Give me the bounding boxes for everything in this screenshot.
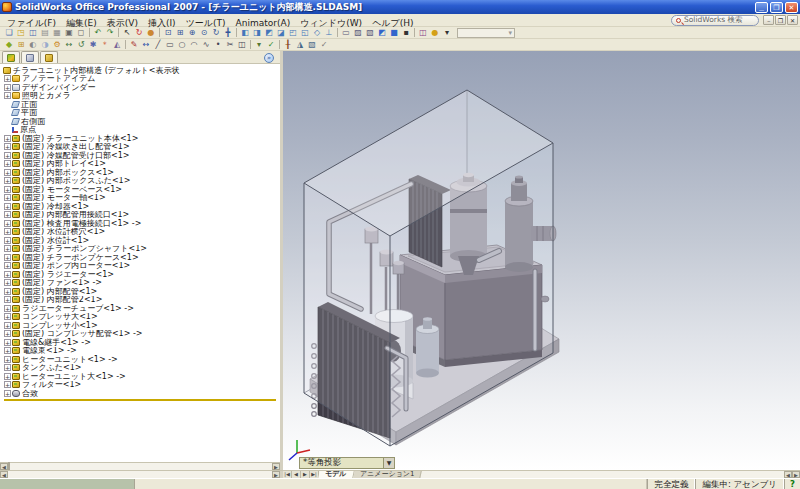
rebuild-icon[interactable]: ↻ bbox=[133, 27, 145, 38]
tree-item[interactable]: +(固定) 冷却器<1> bbox=[2, 202, 280, 211]
panel-bottom-scrollbar[interactable]: ◀ ▶ bbox=[0, 471, 283, 478]
sketch-icon[interactable]: ✎ bbox=[128, 39, 140, 50]
expand-icon[interactable]: + bbox=[4, 135, 11, 142]
restore-button[interactable]: ❐ bbox=[770, 2, 783, 13]
edit-color-icon[interactable]: ● bbox=[145, 27, 157, 38]
view-isometric-icon[interactable]: ◇ bbox=[311, 27, 323, 38]
save-icon[interactable]: ◫ bbox=[27, 27, 39, 38]
tree-item[interactable]: +(固定) 内部トレイ<1> bbox=[2, 160, 280, 169]
scroll-left-icon[interactable]: ◀ bbox=[0, 463, 8, 470]
expand-icon[interactable]: + bbox=[4, 339, 11, 346]
redo-icon[interactable]: ↷ bbox=[104, 27, 116, 38]
tree-item[interactable]: +電線&継手<1> -> bbox=[2, 338, 280, 347]
realview-icon[interactable]: ● bbox=[429, 27, 441, 38]
tree-item[interactable]: +(固定) 冷媒配管受け口部<1> bbox=[2, 151, 280, 160]
pan-icon[interactable]: ╋ bbox=[222, 27, 234, 38]
display-hidden-lines-visible-icon[interactable]: ▨ bbox=[352, 27, 364, 38]
panel-horizontal-scrollbar[interactable]: ◀ ▶ bbox=[0, 462, 280, 470]
display-shaded-icon[interactable]: ■ bbox=[388, 27, 400, 38]
section-properties-icon[interactable]: ▧ bbox=[306, 39, 318, 50]
view-front-icon[interactable]: ◧ bbox=[239, 27, 251, 38]
expand-icon[interactable]: + bbox=[4, 330, 11, 337]
graphics-viewport[interactable]: *等角投影 ▼ bbox=[283, 51, 800, 470]
viewport-scrollbar-track[interactable] bbox=[421, 471, 784, 478]
mass-properties-icon[interactable]: ◮ bbox=[294, 39, 306, 50]
scroll-left-icon[interactable]: ◀ bbox=[784, 471, 792, 478]
first-tab-icon[interactable]: |◀ bbox=[283, 471, 292, 478]
view-right-icon[interactable]: ◪ bbox=[275, 27, 287, 38]
tree-item[interactable]: +(固定) ポンプ内ローター<1> bbox=[2, 262, 280, 271]
undo-icon[interactable]: ↶ bbox=[92, 27, 104, 38]
quick-tips-help-icon[interactable]: ? bbox=[784, 479, 800, 489]
menu-item[interactable]: Animator(A) bbox=[231, 18, 296, 28]
expand-icon[interactable]: + bbox=[4, 381, 11, 388]
tree-item[interactable]: +アノテートアイテム bbox=[2, 75, 280, 84]
menu-item[interactable]: ヘルプ(H) bbox=[367, 18, 418, 28]
rotate-view-icon[interactable]: ↻ bbox=[210, 27, 222, 38]
interference-detection-icon[interactable]: ◭ bbox=[111, 39, 123, 50]
tree-item[interactable]: +(固定) 内部配管<1> bbox=[2, 287, 280, 296]
expand-icon[interactable]: + bbox=[4, 211, 11, 218]
open-folder-icon[interactable]: ◳ bbox=[15, 27, 27, 38]
filter-toggle-icon[interactable]: ✓ bbox=[265, 39, 277, 50]
expand-icon[interactable]: + bbox=[4, 92, 11, 99]
tree-item[interactable]: +(固定) 内部配管用接続口<1> bbox=[2, 211, 280, 220]
expand-icon[interactable]: + bbox=[4, 84, 11, 91]
expand-icon[interactable]: + bbox=[4, 228, 11, 235]
tree-item[interactable]: +(固定) チラーユニット本体<1> bbox=[2, 134, 280, 143]
expand-icon[interactable]: + bbox=[4, 245, 11, 252]
tab-configuration-manager[interactable] bbox=[40, 51, 58, 63]
tab-property-manager[interactable] bbox=[21, 51, 39, 63]
expand-icon[interactable]: + bbox=[4, 271, 11, 278]
scroll-right-icon[interactable]: ▶ bbox=[272, 463, 280, 470]
menu-item[interactable]: ツール(T) bbox=[181, 18, 231, 28]
mirror-entities-icon[interactable]: ◫ bbox=[236, 39, 248, 50]
display-shaded-with-edges-icon[interactable]: ◩ bbox=[376, 27, 388, 38]
tree-item[interactable]: +(固定) チラーポンプケース<1> bbox=[2, 253, 280, 262]
tree-item[interactable]: +(固定) 内部ボックス<1> bbox=[2, 168, 280, 177]
menu-item[interactable]: 挿入(I) bbox=[143, 18, 181, 28]
panel-collapse-button[interactable]: » bbox=[264, 53, 274, 63]
print-icon[interactable]: ▣ bbox=[63, 27, 75, 38]
tree-item[interactable]: +(固定) 水位計<1> bbox=[2, 236, 280, 245]
doc-tab-inactive[interactable]: アニメーション1 bbox=[353, 471, 422, 478]
spline-icon[interactable]: ∿ bbox=[200, 39, 212, 50]
doc-tab-active[interactable]: モデル bbox=[318, 471, 354, 478]
minimize-button[interactable]: ＿ bbox=[755, 2, 768, 13]
zoom-in-out-icon[interactable]: ⊕ bbox=[186, 27, 198, 38]
point-icon[interactable]: • bbox=[212, 39, 224, 50]
expand-icon[interactable]: + bbox=[4, 356, 11, 363]
tree-item[interactable]: +デザインバインダー bbox=[2, 83, 280, 92]
view-back-icon[interactable]: ◨ bbox=[251, 27, 263, 38]
expand-icon[interactable]: + bbox=[4, 220, 11, 227]
scroll-left-icon[interactable]: ◀ bbox=[0, 471, 8, 478]
new-document-icon[interactable]: ❏ bbox=[3, 27, 15, 38]
child-close-button[interactable]: ✕ bbox=[787, 15, 798, 25]
tree-item[interactable]: +(固定) モーターベース<1> bbox=[2, 185, 280, 194]
expand-icon[interactable]: + bbox=[4, 237, 11, 244]
tree-item[interactable]: 右側面 bbox=[2, 117, 280, 126]
expand-icon[interactable]: + bbox=[4, 279, 11, 286]
expand-icon[interactable]: + bbox=[4, 373, 11, 380]
expand-icon[interactable]: + bbox=[4, 203, 11, 210]
make-drawing-icon[interactable]: ▤ bbox=[39, 27, 51, 38]
expand-icon[interactable]: + bbox=[4, 152, 11, 159]
orientation-dropdown-icon[interactable]: ▼ bbox=[383, 458, 394, 468]
view-top-icon[interactable]: ◰ bbox=[287, 27, 299, 38]
tree-item[interactable]: 平面 bbox=[2, 109, 280, 118]
tree-item[interactable]: +合致 bbox=[2, 389, 280, 398]
scroll-right-icon[interactable]: ▶ bbox=[272, 471, 280, 478]
next-tab-icon[interactable]: ▶ bbox=[301, 471, 310, 478]
tree-item[interactable]: +(固定) ラジエーター<1> bbox=[2, 270, 280, 279]
edit-part-icon[interactable]: ◆ bbox=[3, 39, 15, 50]
tree-root-item[interactable]: チラーユニット内部構造 (デフォルト<表示状 bbox=[2, 66, 280, 75]
rotate-component-icon[interactable]: ↺ bbox=[75, 39, 87, 50]
display-shadow-icon[interactable]: ▪ bbox=[400, 27, 412, 38]
tree-item[interactable]: +(固定) 水位計横穴<1> bbox=[2, 228, 280, 237]
select-icon[interactable]: ↖ bbox=[121, 27, 133, 38]
tree-item[interactable]: +コンプレッサ大<1> bbox=[2, 313, 280, 322]
circle-icon[interactable]: ○ bbox=[176, 39, 188, 50]
tree-item[interactable]: 原点 bbox=[2, 126, 280, 135]
expand-icon[interactable]: + bbox=[4, 364, 11, 371]
rectangle-icon[interactable]: ▭ bbox=[164, 39, 176, 50]
